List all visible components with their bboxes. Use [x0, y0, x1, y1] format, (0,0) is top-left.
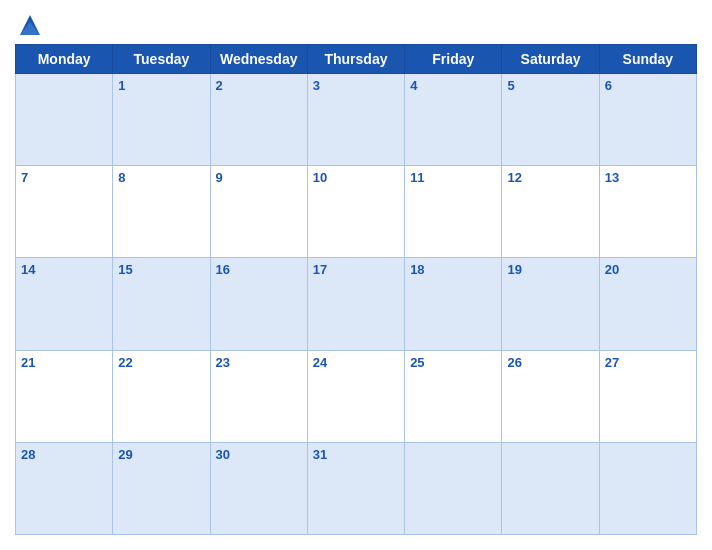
calendar-day-11: 11 — [405, 166, 502, 258]
calendar-day-13: 13 — [599, 166, 696, 258]
calendar-day-4: 4 — [405, 74, 502, 166]
calendar-day-17: 17 — [307, 258, 404, 350]
day-number: 30 — [216, 447, 230, 462]
calendar-day-27: 27 — [599, 350, 696, 442]
calendar-day-25: 25 — [405, 350, 502, 442]
day-number: 8 — [118, 170, 125, 185]
day-number: 28 — [21, 447, 35, 462]
logo-area — [15, 10, 49, 40]
calendar-day-18: 18 — [405, 258, 502, 350]
day-number: 6 — [605, 78, 612, 93]
day-number: 7 — [21, 170, 28, 185]
day-number: 17 — [313, 262, 327, 277]
calendar-day-9: 9 — [210, 166, 307, 258]
calendar-day-23: 23 — [210, 350, 307, 442]
weekday-header-sunday: Sunday — [599, 45, 696, 74]
day-number: 21 — [21, 355, 35, 370]
calendar-empty-cell — [599, 442, 696, 534]
weekday-header-monday: Monday — [16, 45, 113, 74]
calendar-day-19: 19 — [502, 258, 599, 350]
calendar-day-31: 31 — [307, 442, 404, 534]
day-number: 2 — [216, 78, 223, 93]
calendar-day-30: 30 — [210, 442, 307, 534]
calendar-day-26: 26 — [502, 350, 599, 442]
day-number: 16 — [216, 262, 230, 277]
weekday-header-row: MondayTuesdayWednesdayThursdayFridaySatu… — [16, 45, 697, 74]
calendar-day-6: 6 — [599, 74, 696, 166]
calendar-day-7: 7 — [16, 166, 113, 258]
day-number: 14 — [21, 262, 35, 277]
day-number: 22 — [118, 355, 132, 370]
generalblue-logo-icon — [15, 10, 45, 40]
day-number: 11 — [410, 170, 424, 185]
weekday-header-saturday: Saturday — [502, 45, 599, 74]
day-number: 24 — [313, 355, 327, 370]
day-number: 10 — [313, 170, 327, 185]
calendar-day-3: 3 — [307, 74, 404, 166]
day-number: 1 — [118, 78, 125, 93]
calendar-day-16: 16 — [210, 258, 307, 350]
weekday-header-friday: Friday — [405, 45, 502, 74]
day-number: 13 — [605, 170, 619, 185]
day-number: 15 — [118, 262, 132, 277]
calendar-empty-cell — [16, 74, 113, 166]
calendar-day-8: 8 — [113, 166, 210, 258]
calendar-header: MondayTuesdayWednesdayThursdayFridaySatu… — [16, 45, 697, 74]
calendar-week-row: 78910111213 — [16, 166, 697, 258]
calendar-empty-cell — [405, 442, 502, 534]
day-number: 12 — [507, 170, 521, 185]
calendar-day-1: 1 — [113, 74, 210, 166]
day-number: 29 — [118, 447, 132, 462]
day-number: 4 — [410, 78, 417, 93]
day-number: 20 — [605, 262, 619, 277]
calendar-day-24: 24 — [307, 350, 404, 442]
calendar-day-29: 29 — [113, 442, 210, 534]
day-number: 18 — [410, 262, 424, 277]
calendar-day-12: 12 — [502, 166, 599, 258]
day-number: 9 — [216, 170, 223, 185]
calendar-day-10: 10 — [307, 166, 404, 258]
weekday-header-thursday: Thursday — [307, 45, 404, 74]
weekday-header-wednesday: Wednesday — [210, 45, 307, 74]
day-number: 5 — [507, 78, 514, 93]
calendar-day-21: 21 — [16, 350, 113, 442]
day-number: 19 — [507, 262, 521, 277]
calendar-week-row: 123456 — [16, 74, 697, 166]
weekday-header-tuesday: Tuesday — [113, 45, 210, 74]
calendar-day-14: 14 — [16, 258, 113, 350]
calendar-week-row: 21222324252627 — [16, 350, 697, 442]
calendar-empty-cell — [502, 442, 599, 534]
calendar-day-15: 15 — [113, 258, 210, 350]
calendar-day-20: 20 — [599, 258, 696, 350]
calendar-body: 1234567891011121314151617181920212223242… — [16, 74, 697, 535]
day-number: 26 — [507, 355, 521, 370]
calendar-week-row: 28293031 — [16, 442, 697, 534]
day-number: 31 — [313, 447, 327, 462]
calendar-week-row: 14151617181920 — [16, 258, 697, 350]
calendar-day-2: 2 — [210, 74, 307, 166]
day-number: 23 — [216, 355, 230, 370]
calendar-day-5: 5 — [502, 74, 599, 166]
calendar-day-22: 22 — [113, 350, 210, 442]
day-number: 27 — [605, 355, 619, 370]
day-number: 3 — [313, 78, 320, 93]
top-bar — [15, 10, 697, 40]
day-number: 25 — [410, 355, 424, 370]
calendar-table: MondayTuesdayWednesdayThursdayFridaySatu… — [15, 44, 697, 535]
calendar-day-28: 28 — [16, 442, 113, 534]
